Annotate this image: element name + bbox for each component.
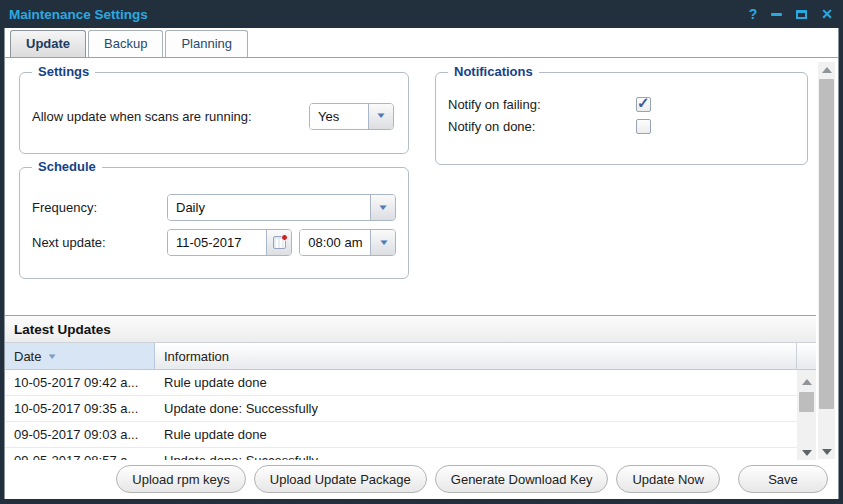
frequency-dropdown-trigger[interactable]: ▼	[370, 195, 395, 220]
row-date: 10-05-2017 09:35 a...	[5, 401, 155, 416]
groups-row: Settings Allow update when scans are run…	[19, 72, 808, 279]
update-now-button[interactable]: Update Now	[616, 465, 720, 493]
time-dropdown-trigger[interactable]: ▼	[370, 230, 395, 255]
row-date: 09-05-2017 09:03 a...	[5, 427, 155, 442]
allow-update-value: Yes	[310, 104, 368, 129]
frequency-label: Frequency:	[32, 200, 167, 215]
row-info: Update done: Successfully	[155, 453, 797, 460]
chevron-down-icon: ▼	[375, 112, 387, 120]
sort-down-icon: ▼	[47, 352, 58, 361]
column-header-filler	[797, 343, 816, 369]
content-scrollbar[interactable]	[818, 62, 835, 459]
titlebar: Maintenance Settings ? ✕	[4, 0, 839, 28]
notify-done-checkbox[interactable]	[636, 119, 651, 134]
settings-group: Settings Allow update when scans are run…	[19, 72, 409, 154]
latest-updates-panel: Latest Updates Date ▼ Information 1	[5, 315, 816, 460]
notify-failing-label: Notify on failing:	[448, 97, 636, 112]
upload-rpm-keys-button[interactable]: Upload rpm keys	[116, 465, 246, 493]
minimize-icon[interactable]	[771, 13, 782, 16]
next-update-date-field[interactable]: 11-05-2017	[167, 229, 292, 256]
column-header-date[interactable]: Date ▼	[5, 343, 155, 369]
frequency-value: Daily	[168, 195, 370, 220]
tab-update[interactable]: Update	[10, 30, 86, 57]
calendar-icon	[273, 236, 286, 249]
generate-download-key-button[interactable]: Generate Download Key	[435, 465, 609, 493]
tab-backup[interactable]: Backup	[88, 30, 163, 57]
scroll-up-icon[interactable]	[819, 62, 834, 77]
maintenance-settings-window: Maintenance Settings ? ✕ Update Backup P…	[0, 0, 843, 504]
table-row[interactable]: 09-05-2017 09:03 a... Rule update done	[5, 422, 797, 448]
settings-legend: Settings	[32, 64, 95, 79]
upload-update-package-button[interactable]: Upload Update Package	[254, 465, 427, 493]
window-title: Maintenance Settings	[9, 7, 148, 22]
allow-update-select[interactable]: Yes ▼	[309, 103, 394, 130]
notifications-legend: Notifications	[448, 64, 539, 79]
table-row[interactable]: 09-05-2017 08:57 a... Update done: Succe…	[5, 448, 797, 460]
column-header-information[interactable]: Information	[155, 343, 797, 369]
next-update-date-value: 11-05-2017	[168, 230, 266, 255]
update-tab-content: Settings Allow update when scans are run…	[5, 58, 838, 461]
grid-scrollbar[interactable]	[797, 370, 816, 460]
content-scrollbar-thumb[interactable]	[819, 79, 834, 409]
close-icon[interactable]: ✕	[821, 7, 833, 21]
grid-scrollbar-thumb[interactable]	[799, 392, 814, 412]
save-button[interactable]: Save	[738, 465, 828, 493]
grid-body: 10-05-2017 09:42 a... Rule update done 1…	[5, 370, 816, 460]
allow-update-dropdown-trigger[interactable]: ▼	[368, 104, 393, 129]
allow-update-label: Allow update when scans are running:	[32, 109, 252, 124]
latest-updates-header: Latest Updates	[5, 316, 816, 343]
tab-planning[interactable]: Planning	[165, 30, 248, 57]
notify-done-label: Notify on done:	[448, 119, 636, 134]
latest-updates-title: Latest Updates	[14, 322, 111, 337]
scroll-up-icon[interactable]	[799, 374, 814, 389]
frequency-select[interactable]: Daily ▼	[167, 194, 396, 221]
table-row[interactable]: 10-05-2017 09:42 a... Rule update done	[5, 370, 797, 396]
table-row[interactable]: 10-05-2017 09:35 a... Update done: Succe…	[5, 396, 797, 422]
chevron-down-icon: ▼	[378, 239, 390, 247]
scroll-down-icon[interactable]	[819, 444, 834, 459]
notify-failing-checkbox[interactable]: ✓	[636, 97, 651, 112]
schedule-legend: Schedule	[32, 159, 102, 174]
next-update-label: Next update:	[32, 235, 167, 250]
tab-bar: Update Backup Planning	[5, 28, 838, 58]
help-icon[interactable]: ?	[749, 7, 758, 21]
row-info: Update done: Successfully	[155, 401, 797, 416]
row-info: Rule update done	[155, 375, 797, 390]
date-picker-trigger[interactable]	[266, 230, 291, 255]
schedule-group: Schedule Frequency: Daily ▼ Next update:	[19, 167, 409, 279]
grid-column-headers: Date ▼ Information	[5, 343, 816, 370]
notifications-group: Notifications Notify on failing: ✓ Notif…	[435, 72, 808, 165]
checkmark-icon: ✓	[637, 94, 650, 112]
row-info: Rule update done	[155, 427, 797, 442]
scroll-down-icon[interactable]	[799, 445, 814, 460]
chevron-down-icon: ▼	[377, 204, 389, 212]
maximize-icon[interactable]	[796, 10, 807, 19]
next-update-time-select[interactable]: 08:00 am ▼	[299, 229, 396, 256]
row-date: 09-05-2017 08:57 a...	[5, 453, 155, 460]
row-date: 10-05-2017 09:42 a...	[5, 375, 155, 390]
window-controls: ? ✕	[749, 7, 833, 21]
footer-button-bar: Upload rpm keys Upload Update Package Ge…	[5, 461, 838, 499]
window-body: Update Backup Planning Settings Allow up…	[4, 28, 839, 499]
next-update-time-value: 08:00 am	[300, 230, 370, 255]
